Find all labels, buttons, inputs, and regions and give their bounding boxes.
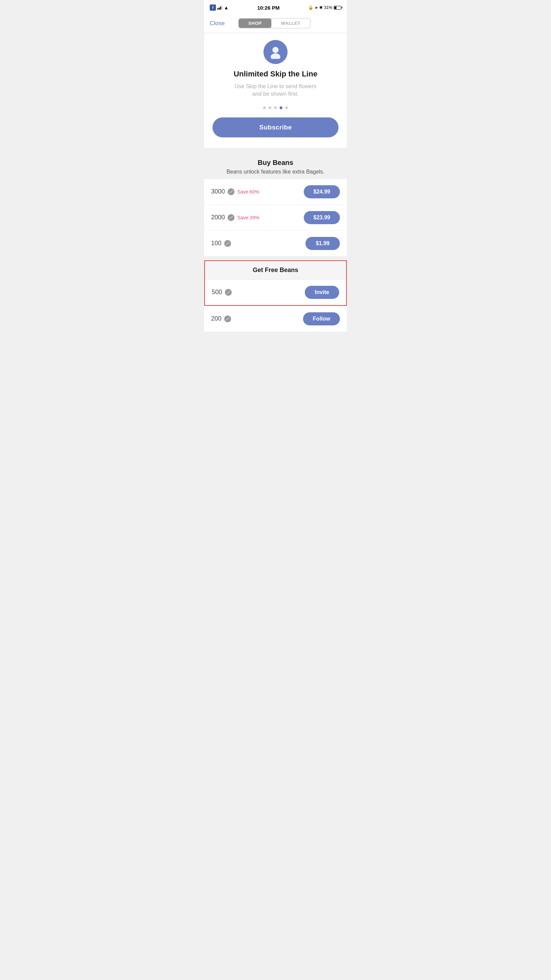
signal-bar-3 [220,6,221,10]
follow-bean-coin-icon-200 [224,315,231,322]
tab-shop[interactable]: SHOP [239,19,271,28]
bean-amount-left-2000: 2000 Save 39% [211,214,259,221]
follow-bean-amount-200: 200 [211,315,221,322]
subscribe-button[interactable]: Subscribe [212,118,339,137]
free-beans-title: Get Free Beans [210,267,341,274]
bean-item-100: 100 $1.99 [204,231,347,256]
bean-item-3000: 3000 Save 60% $24.99 [204,179,347,205]
bean-amount-100: 100 [211,240,221,247]
free-beans-header: Get Free Beans [205,261,346,280]
close-button[interactable]: Close [210,20,225,27]
buy-beans-header: Buy Beans Beans unlock features like ext… [204,152,347,179]
bluetooth-icon: ✱ [319,5,323,10]
feature-title: Unlimited Skip the Line [212,70,339,78]
save-label-2000: Save 39% [237,215,259,220]
bean-amount-left-100: 100 [211,240,231,247]
free-bean-amount-left-500: 500 [212,288,232,296]
battery-percent: 31% [324,5,332,10]
follow-bean-amount-left-200: 200 [211,315,231,322]
tab-segmented-control: SHOP WALLET [238,18,311,29]
avatar [263,40,288,64]
dot-3 [274,107,277,109]
lock-icon: 🔒 [308,5,314,10]
free-bean-item-500: 500 Invite [205,280,346,305]
bean-coin-icon-3000 [228,188,234,195]
dot-1 [263,107,266,109]
dot-2 [269,107,271,109]
free-bean-coin-icon-500 [225,289,232,296]
feature-subtitle: Use Skip the Line to send flowersand be … [212,83,339,98]
location-icon: ➤ [315,5,318,10]
status-bar-left: f ▲ [210,5,229,11]
wifi-icon: ▲ [224,5,229,10]
follow-item-200: 200 Follow [204,306,347,332]
feature-card: Unlimited Skip the Line Use Skip the Lin… [204,33,347,148]
tab-wallet[interactable]: WALLET [271,19,310,28]
follow-button[interactable]: Follow [303,312,340,325]
save-label-3000: Save 60% [237,189,259,194]
nav-bar: Close SHOP WALLET [204,15,347,33]
buy-beans-subtitle: Beans unlock features like extra Bagels. [211,169,340,175]
battery-indicator [334,6,341,10]
avatar-icon [269,45,282,59]
main-content: Unlimited Skip the Line Use Skip the Lin… [204,33,347,342]
price-button-3000[interactable]: $24.99 [304,185,340,198]
signal-bar-4 [221,5,223,10]
price-button-100[interactable]: $1.99 [306,237,340,250]
avatar-container [212,40,339,64]
dot-4 [280,107,282,109]
bean-amount-3000: 3000 [211,188,225,195]
bean-item-2000: 2000 Save 39% $23.99 [204,205,347,231]
follow-section: 200 Follow [204,306,347,332]
bottom-spacer [204,332,347,342]
free-beans-section: Get Free Beans 500 Invite [204,260,347,306]
bean-coin-icon-2000 [228,214,234,221]
status-bar: f ▲ 10:26 PM 🔒 ➤ ✱ 31% [204,0,347,15]
dot-5 [285,107,288,109]
signal-bar-1 [217,8,218,10]
bean-amount-2000: 2000 [211,214,225,221]
invite-button[interactable]: Invite [305,286,339,299]
price-button-2000[interactable]: $23.99 [304,211,340,224]
svg-point-0 [272,47,279,53]
status-bar-right: 🔒 ➤ ✱ 31% [308,5,341,10]
status-bar-time: 10:26 PM [257,5,280,11]
buy-beans-title: Buy Beans [211,159,340,167]
battery-shell [334,6,341,10]
facebook-app-icon: f [210,5,216,11]
battery-fill [334,6,336,9]
beans-list: 3000 Save 60% $24.99 2000 Save 39% $23.9… [204,179,347,256]
pagination-dots [212,107,339,109]
svg-point-1 [271,53,280,59]
free-bean-amount-500: 500 [212,288,222,296]
signal-bar-2 [219,8,220,10]
bean-coin-icon-100 [224,240,231,247]
bean-amount-left-3000: 3000 Save 60% [211,188,259,195]
signal-bars [217,5,223,10]
